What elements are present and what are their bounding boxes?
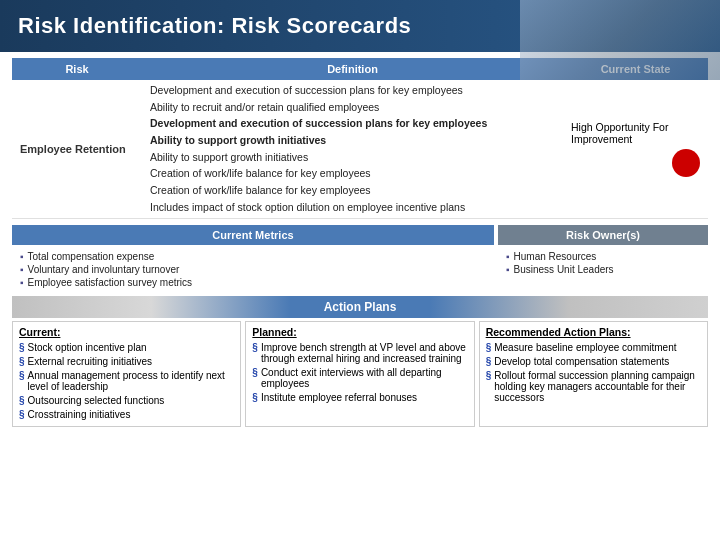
action-plans-cols: Current: § Stock option incentive plan §… (12, 321, 708, 427)
action-recommended-col: Recommended Action Plans: § Measure base… (479, 321, 708, 427)
bullet-icon: § (19, 395, 25, 406)
def-item-2: Development and execution of succession … (150, 115, 555, 132)
def-item-1: Ability to recruit and/or retain qualifi… (150, 99, 555, 116)
owner-list: ▪ Human Resources ▪ Business Unit Leader… (498, 247, 708, 292)
bullet-icon: ▪ (506, 264, 510, 275)
metrics-item-0: ▪ Total compensation expense (20, 250, 486, 263)
action-planned-title: Planned: (252, 326, 467, 338)
metrics-list: ▪ Total compensation expense ▪ Voluntary… (12, 247, 494, 292)
owner-item-1: ▪ Business Unit Leaders (506, 263, 700, 276)
bullet-icon: ▪ (20, 264, 24, 275)
bullet-icon: § (19, 409, 25, 420)
bullet-icon: § (19, 356, 25, 367)
action-current-col: Current: § Stock option incentive plan §… (12, 321, 241, 427)
metrics-item-2: ▪ Employee satisfaction survey metrics (20, 276, 486, 289)
action-current-item-1: § External recruiting initiatives (19, 355, 234, 369)
action-recommended-item-1: § Develop total compensation statements (486, 355, 701, 369)
col-definition-header: Definition (142, 58, 563, 80)
bullet-icon: § (19, 370, 25, 381)
bullet-icon: ▪ (20, 277, 24, 288)
col-current-state-header: Current State (563, 58, 708, 80)
metrics-header: Current Metrics (12, 225, 494, 245)
def-item-0: Development and execution of succession … (150, 82, 555, 99)
bullet-icon: § (252, 392, 258, 403)
action-recommended-item-2: § Rollout formal succession planning cam… (486, 369, 701, 405)
bullet-icon: § (486, 356, 492, 367)
bullet-icon: ▪ (20, 251, 24, 262)
risk-owner-header: Risk Owner(s) (498, 225, 708, 245)
metrics-item-1: ▪ Voluntary and involuntary turnover (20, 263, 486, 276)
action-current-item-0: § Stock option incentive plan (19, 341, 234, 355)
action-recommended-item-0: § Measure baseline employee commitment (486, 341, 701, 355)
definition-cell: Development and execution of succession … (142, 80, 563, 218)
page-title: Risk Identification: Risk Scorecards (0, 0, 720, 52)
action-planned-col: Planned: § Improve bench strength at VP … (245, 321, 474, 427)
action-current-item-3: § Outsourcing selected functions (19, 394, 234, 408)
red-indicator-icon (672, 149, 700, 177)
action-current-title: Current: (19, 326, 234, 338)
main-content: Risk Definition Current State Employee R… (0, 52, 720, 433)
table-row: Employee Retention Development and execu… (12, 80, 708, 219)
current-state-cell: High Opportunity For Improvement (563, 80, 708, 218)
action-planned-item-2: § Institute employee referral bonuses (252, 391, 467, 405)
risk-cell: Employee Retention (12, 80, 142, 218)
def-item-7: Includes impact of stock option dilution… (150, 199, 555, 216)
bullet-icon: § (486, 370, 492, 381)
bullet-icon: ▪ (506, 251, 510, 262)
action-current-item-2: § Annual management process to identify … (19, 369, 234, 394)
metrics-content: ▪ Total compensation expense ▪ Voluntary… (12, 247, 708, 292)
action-planned-item-0: § Improve bench strength at VP level and… (252, 341, 467, 366)
bullet-icon: § (19, 342, 25, 353)
metrics-owner-section: Current Metrics Risk Owner(s) (12, 225, 708, 245)
def-item-3: Ability to support growth initiatives (150, 132, 555, 149)
current-state-text: High Opportunity For Improvement (571, 121, 700, 145)
bullet-icon: § (252, 342, 258, 353)
table-header: Risk Definition Current State (12, 58, 708, 80)
bullet-icon: § (252, 367, 258, 378)
action-recommended-title: Recommended Action Plans: (486, 326, 701, 338)
def-item-4: Ability to support growth initiatives (150, 149, 555, 166)
action-planned-item-1: § Conduct exit interviews with all depar… (252, 366, 467, 391)
slide: Risk Identification: Risk Scorecards Ris… (0, 0, 720, 540)
bullet-icon: § (486, 342, 492, 353)
title-text: Risk Identification: Risk Scorecards (18, 13, 411, 39)
def-item-5: Creation of work/life balance for key em… (150, 165, 555, 182)
owner-item-0: ▪ Human Resources (506, 250, 700, 263)
action-plans-header: Action Plans (12, 296, 708, 318)
col-risk-header: Risk (12, 58, 142, 80)
action-current-item-4: § Crosstraining initiatives (19, 408, 234, 422)
def-item-6: Creation of work/life balance for key em… (150, 182, 555, 199)
